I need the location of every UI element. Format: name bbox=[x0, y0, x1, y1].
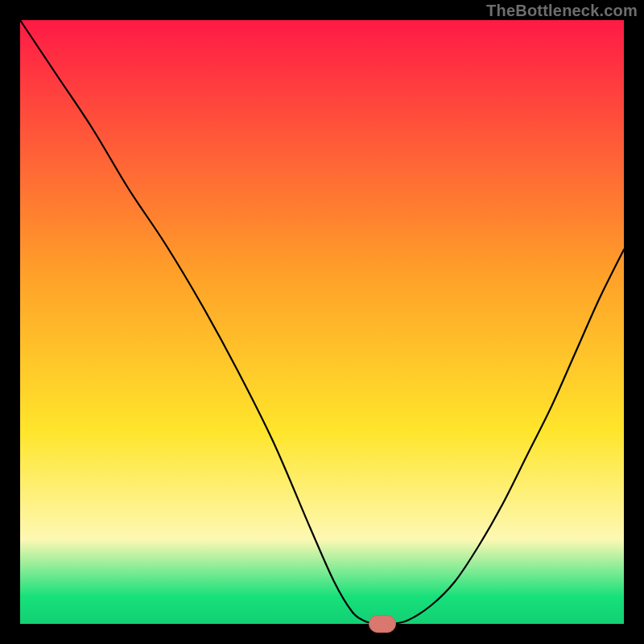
watermark-text: TheBottleneck.com bbox=[486, 2, 638, 20]
bottleneck-chart bbox=[0, 0, 644, 644]
minimum-marker bbox=[369, 616, 396, 633]
chart-gradient-panel bbox=[20, 20, 624, 624]
chart-stage: TheBottleneck.com bbox=[0, 0, 644, 644]
